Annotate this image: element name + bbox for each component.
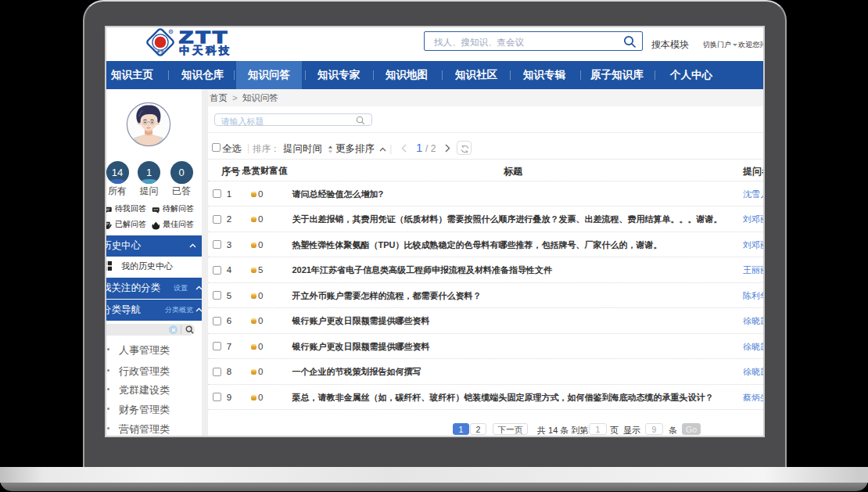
- svg-text:R: R: [170, 30, 172, 34]
- svg-text:中天: 中天: [156, 49, 164, 54]
